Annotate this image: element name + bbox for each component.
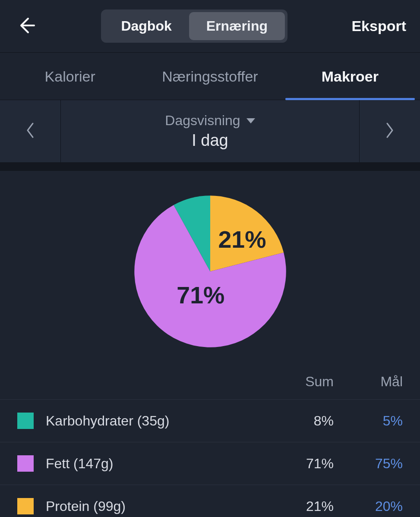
color-swatch-icon xyxy=(17,455,34,472)
macros-pie-icon: 21% 71% xyxy=(130,192,290,351)
pie-label-fett: 71% xyxy=(177,282,224,309)
macro-sum: 71% xyxy=(252,456,334,472)
macro-sum: 21% xyxy=(252,498,334,514)
macros-table-header: Sum Mål xyxy=(0,369,420,399)
next-day-button[interactable] xyxy=(360,100,420,162)
pie-label-protein: 21% xyxy=(218,226,266,253)
table-row[interactable]: Protein (99g) 21% 20% xyxy=(0,485,420,517)
chevron-left-icon xyxy=(25,122,35,140)
nutrition-tabs: Kalorier Næringsstoffer Makroer xyxy=(0,52,420,100)
macro-goal: 20% xyxy=(334,498,403,514)
section-divider xyxy=(0,162,420,171)
current-date-label: I dag xyxy=(192,131,228,150)
tab-makroer[interactable]: Makroer xyxy=(280,53,420,100)
segment-ernaering[interactable]: Ernæring xyxy=(189,12,285,40)
header-sum: Sum xyxy=(252,374,334,390)
prev-day-button[interactable] xyxy=(0,100,60,162)
macro-sum: 8% xyxy=(252,413,334,429)
chevron-right-icon xyxy=(385,122,395,140)
table-row[interactable]: Fett (147g) 71% 75% xyxy=(0,442,420,485)
macro-label: Fett (147g) xyxy=(46,456,252,472)
tab-kalorier[interactable]: Kalorier xyxy=(0,53,140,100)
date-selector: Dagsvisning I dag xyxy=(0,100,420,162)
top-bar: Dagbok Ernæring Eksport xyxy=(0,0,420,52)
export-button[interactable]: Eksport xyxy=(351,18,406,35)
chevron-down-icon xyxy=(246,118,255,123)
tab-naeringsstoffer[interactable]: Næringsstoffer xyxy=(140,53,280,100)
macros-chart: 21% 71% xyxy=(0,171,420,369)
date-center: Dagsvisning I dag xyxy=(60,100,360,162)
segment-dagbok[interactable]: Dagbok xyxy=(104,12,189,40)
color-swatch-icon xyxy=(17,413,34,429)
table-row[interactable]: Karbohydrater (35g) 8% 5% xyxy=(0,399,420,442)
view-mode-dropdown[interactable]: Dagsvisning xyxy=(165,113,255,129)
arrow-left-icon xyxy=(18,17,35,36)
macro-goal: 5% xyxy=(334,413,403,429)
back-button[interactable] xyxy=(16,16,37,37)
header-goal: Mål xyxy=(334,374,403,390)
macro-label: Karbohydrater (35g) xyxy=(46,413,252,429)
view-mode-label: Dagsvisning xyxy=(165,113,240,129)
macro-goal: 75% xyxy=(334,456,403,472)
view-segmented-control: Dagbok Ernæring xyxy=(101,9,287,43)
color-swatch-icon xyxy=(17,498,34,514)
macro-label: Protein (99g) xyxy=(46,498,252,514)
